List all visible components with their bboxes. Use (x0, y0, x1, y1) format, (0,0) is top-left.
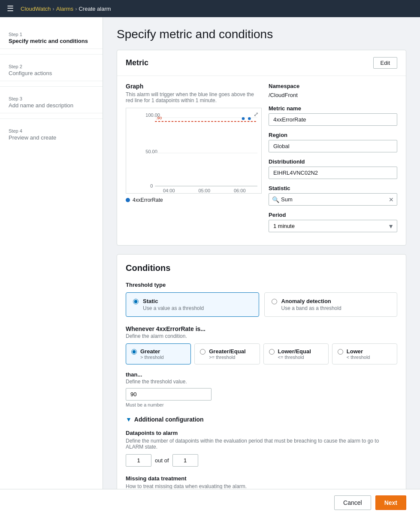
distribution-label: DistributionId (269, 158, 397, 165)
sidebar: Step 1 Specify metric and conditions Ste… (0, 17, 103, 516)
additional-config-title: Additional configuration (134, 416, 204, 423)
region-label: Region (269, 132, 397, 138)
next-button[interactable]: Next (375, 495, 406, 510)
breadcrumb-alarms[interactable]: Alarms (56, 6, 73, 12)
conditions-card: Conditions Threshold type Static Use a v… (117, 254, 406, 516)
metric-name-label: Metric name (269, 105, 397, 112)
condition-lowerequal-title: Lower/Equal (278, 348, 311, 355)
conditions-section: Conditions Threshold type Static Use a v… (117, 255, 406, 516)
statistic-label: Statistic (269, 185, 397, 191)
than-section: than... Define the threshold value. Must… (126, 371, 397, 407)
breadcrumb-cloudwatch[interactable]: CloudWatch (21, 6, 51, 12)
threshold-anomaly-content: Anomaly detection Use a band as a thresh… (281, 298, 341, 311)
datapoints-out-of-label: out of (155, 457, 169, 464)
graph-svg: 100.00 50.00 0 04:00 (126, 108, 261, 193)
namespace-group: Namespace /CloudFront (269, 83, 397, 99)
metric-name-group: Metric name (269, 105, 397, 126)
distribution-input[interactable] (269, 167, 397, 179)
threshold-static-radio[interactable] (133, 299, 139, 304)
distribution-group: DistributionId (269, 158, 397, 179)
hamburger-icon[interactable]: ☰ (7, 4, 14, 13)
metric-name-input[interactable] (269, 113, 397, 126)
datapoints-value2-input[interactable] (172, 454, 198, 467)
step2-title: Configure actions (9, 70, 94, 76)
missing-data-title: Missing data treatment (126, 475, 397, 482)
condition-greater-option[interactable]: Greater > threshold (126, 343, 191, 364)
metric-card: Metric Edit Graph This alarm will trigge… (117, 50, 406, 246)
condition-lower-radio[interactable] (338, 349, 343, 355)
footer: Cancel Next (0, 489, 420, 516)
threshold-type-label: Threshold type (126, 282, 397, 288)
than-subtitle: Define the threshold value. (126, 379, 397, 385)
expand-icon[interactable]: ⤢ (254, 111, 259, 118)
condition-lowerequal-radio[interactable] (269, 349, 275, 355)
namespace-label: Namespace (269, 83, 397, 89)
condition-greaterequal-radio[interactable] (200, 349, 205, 355)
condition-lowerequal-option[interactable]: Lower/Equal <= threshold (263, 343, 329, 364)
threshold-anomaly-radio[interactable] (272, 299, 277, 304)
datapoints-title: Datapoints to alarm (126, 430, 397, 436)
clear-icon[interactable]: ✕ (389, 196, 394, 203)
step1-title: Specify metric and conditions (9, 38, 94, 44)
datapoints-inputs: out of (126, 454, 397, 467)
condition-lower-option[interactable]: Lower < threshold (332, 343, 397, 364)
whenever-section: Whenever 4xxErrorRate is... Define the a… (126, 325, 397, 364)
namespace-value: /CloudFront (269, 91, 397, 99)
legend-dot (126, 198, 130, 202)
missing-data-subtitle: How to treat missing data when evaluatin… (126, 483, 397, 489)
threshold-static-desc: Use a value as a threshold (143, 305, 204, 311)
condition-greaterequal-option[interactable]: Greater/Equal >= threshold (194, 343, 260, 364)
datapoints-value1-input[interactable] (126, 454, 151, 467)
layout: Step 1 Specify metric and conditions Ste… (0, 17, 420, 516)
whenever-subtitle: Define the alarm condition. (126, 333, 397, 339)
breadcrumb: CloudWatch › Alarms › Create alarm (21, 6, 111, 12)
cancel-button[interactable]: Cancel (334, 495, 371, 510)
statistic-input[interactable] (269, 193, 397, 206)
graph-legend: 4xxErrorRate (126, 197, 262, 203)
period-group: Period 1 minute 5 minutes 15 minutes 1 h… (269, 212, 397, 232)
condition-grid: Greater > threshold Greater/Equal >= thr… (126, 343, 397, 364)
condition-lowerequal-content: Lower/Equal <= threshold (278, 348, 311, 360)
additional-config-header[interactable]: ▼ Additional configuration (126, 416, 397, 423)
sidebar-step-1: Step 1 Specify metric and conditions (0, 27, 103, 49)
threshold-anomaly-option[interactable]: Anomaly detection Use a band as a thresh… (264, 292, 398, 317)
graph-container: ⤢ 100.00 50.00 0 (126, 108, 262, 194)
graph-title: Graph (126, 83, 262, 90)
step3-label: Step 3 (9, 96, 94, 101)
page-title: Specify metric and conditions (117, 27, 406, 41)
sidebar-step-4: Step 4 Preview and create (0, 124, 103, 145)
whenever-title: Whenever 4xxErrorRate is... (126, 325, 397, 332)
top-bar: ☰ CloudWatch › Alarms › Create alarm (0, 0, 420, 17)
statistic-group: Statistic 🔍 ✕ (269, 185, 397, 206)
svg-text:06:00: 06:00 (234, 188, 246, 193)
triangle-icon: ▼ (126, 416, 132, 423)
svg-text:0: 0 (150, 183, 153, 188)
period-select-wrap: 1 minute 5 minutes 15 minutes 1 hour ▼ (269, 220, 397, 232)
step2-label: Step 2 (9, 64, 94, 69)
svg-point-13 (248, 117, 251, 120)
svg-text:04:00: 04:00 (163, 188, 175, 193)
graph-area: Graph This alarm will trigger when the b… (126, 83, 262, 238)
region-input[interactable] (269, 140, 397, 152)
edit-button[interactable]: Edit (373, 57, 397, 69)
step4-title: Preview and create (9, 134, 94, 141)
graph-section: Graph This alarm will trigger when the b… (126, 83, 397, 238)
condition-lower-desc: < threshold (347, 355, 370, 360)
step1-label: Step 1 (9, 32, 94, 37)
svg-text:05:00: 05:00 (199, 188, 211, 193)
threshold-anomaly-title: Anomaly detection (281, 298, 341, 304)
step3-title: Add name and description (9, 102, 94, 109)
period-select[interactable]: 1 minute 5 minutes 15 minutes 1 hour (269, 220, 397, 232)
condition-greater-radio[interactable] (131, 349, 137, 355)
condition-greaterequal-content: Greater/Equal >= threshold (209, 348, 245, 360)
step4-label: Step 4 (9, 128, 94, 134)
breadcrumb-current: Create alarm (79, 6, 111, 12)
threshold-static-option[interactable]: Static Use a value as a threshold (126, 292, 259, 317)
statistic-input-wrap: 🔍 ✕ (269, 193, 397, 206)
period-label: Period (269, 212, 397, 218)
threshold-static-content: Static Use a value as a threshold (143, 298, 204, 311)
datapoints-subtitle: Define the number of datapoints within t… (126, 438, 397, 450)
condition-greaterequal-desc: >= threshold (209, 355, 245, 360)
threshold-value-input[interactable] (126, 388, 212, 401)
svg-point-12 (242, 117, 245, 120)
